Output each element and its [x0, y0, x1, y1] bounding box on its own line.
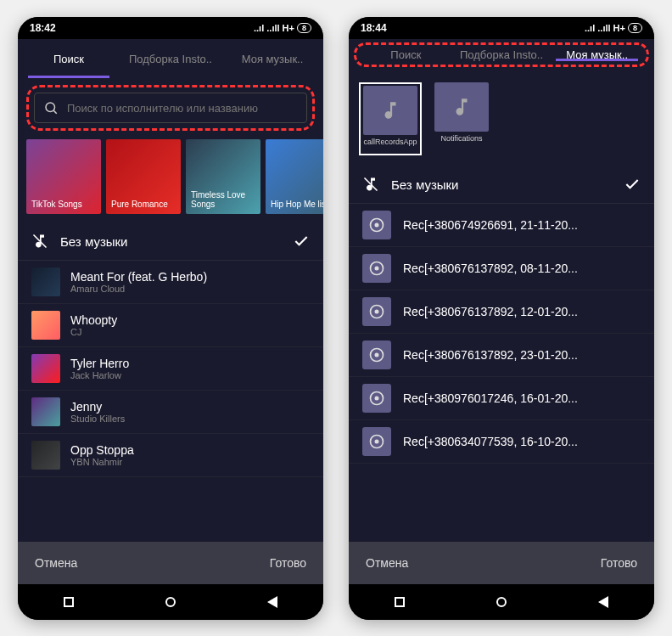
svg-point-7 [375, 267, 378, 269]
tab-collection[interactable]: Подборка Insto.. [120, 39, 221, 78]
search-icon [43, 100, 59, 115]
cancel-button[interactable]: Отмена [35, 556, 77, 570]
recording-row[interactable]: Rec[+380674926691, 21-11-20... [349, 204, 654, 247]
search-field[interactable] [67, 102, 298, 115]
track-art [31, 397, 60, 426]
tab-my-music[interactable]: Моя музык.. [221, 39, 323, 78]
recording-title: Rec[+380674926691, 21-11-20... [403, 218, 641, 232]
track-text: Whoopty CJ [70, 313, 310, 337]
folder-label: Notifications [430, 135, 493, 144]
tab-my-music[interactable]: Моя музык.. [549, 48, 645, 61]
app-content: Поиск Подборка Insto.. Моя музык.. callR… [349, 39, 654, 584]
nav-recent-icon[interactable] [395, 597, 405, 607]
check-icon [293, 233, 310, 250]
disc-icon [362, 297, 391, 326]
track-text: Jenny Studio Killers [70, 400, 310, 424]
check-icon [624, 176, 641, 193]
tab-label: Моя музык.. [566, 48, 628, 61]
track-row[interactable]: Opp Stoppa YBN Nahmir [18, 434, 323, 477]
recording-title: Rec[+380676137892, 23-01-20... [403, 348, 641, 362]
svg-point-11 [375, 353, 378, 356]
recording-title: Rec[+380634077539, 16-10-20... [403, 435, 641, 448]
track-text: Opp Stoppa YBN Nahmir [70, 443, 310, 467]
track-row[interactable]: Meant For (feat. G Herbo) Amaru Cloud [18, 261, 323, 304]
track-artist: Jack Harlow [70, 370, 310, 380]
no-music-row[interactable]: Без музыки [18, 222, 323, 261]
playlist-card[interactable]: Timeless Love Songs [186, 139, 260, 214]
track-list[interactable]: Meant For (feat. G Herbo) Amaru Cloud Wh… [18, 261, 323, 542]
track-title: Jenny [70, 400, 310, 414]
folder-row: callRecordsApp Notifications [349, 72, 654, 166]
track-art [31, 441, 60, 470]
no-music-label: Без музыки [391, 177, 612, 192]
track-title: Tyler Herro [70, 357, 310, 370]
nav-back-icon[interactable] [598, 596, 608, 608]
recording-title: Rec[+380676137892, 08-11-20... [403, 262, 641, 275]
tab-label: Поиск [390, 48, 421, 61]
track-art [31, 311, 60, 340]
disc-icon [362, 254, 391, 283]
battery-icon: 8 [297, 23, 311, 33]
recording-row[interactable]: Rec[+380676137892, 23-01-20... [349, 334, 654, 377]
track-row[interactable]: Jenny Studio Killers [18, 391, 323, 434]
music-note-icon [434, 82, 489, 132]
statusbar: 18:44 ..ıl ..ıll H+ 8 [349, 17, 654, 39]
done-button[interactable]: Готово [601, 556, 637, 570]
highlight-search [26, 85, 315, 131]
disc-icon [362, 341, 391, 369]
track-text: Meant For (feat. G Herbo) Amaru Cloud [70, 270, 310, 294]
playlist-row[interactable]: TikTok Songs Pure Romance Timeless Love … [18, 139, 323, 222]
status-time: 18:42 [30, 22, 56, 34]
nav-recent-icon[interactable] [64, 597, 74, 607]
nav-home-icon[interactable] [165, 597, 176, 607]
track-row[interactable]: Tyler Herro Jack Harlow [18, 347, 323, 391]
status-time: 18:44 [361, 22, 387, 34]
recording-row[interactable]: Rec[+380634077539, 16-10-20... [349, 420, 654, 464]
tab-search[interactable]: Поиск [358, 48, 454, 61]
footer-bar: Отмена Готово [18, 542, 323, 584]
tab-bar: Поиск Подборка Insto.. Моя музык.. [18, 39, 323, 78]
tab-search[interactable]: Поиск [18, 39, 120, 78]
recording-row[interactable]: Rec[+380976017246, 16-01-20... [349, 377, 654, 420]
recording-row[interactable]: Rec[+380676137892, 08-11-20... [349, 247, 654, 290]
track-art [31, 354, 60, 383]
no-music-label: Без музыки [60, 234, 281, 249]
cancel-button[interactable]: Отмена [366, 556, 408, 570]
playlist-label: Pure Romance [111, 200, 168, 209]
navbar [349, 584, 654, 620]
music-note-icon [363, 86, 417, 135]
phone-right: 18:44 ..ıl ..ıll H+ 8 Поиск Подборка Ins… [349, 17, 654, 620]
no-music-row[interactable]: Без музыки [349, 166, 654, 204]
folder-callrecords[interactable]: callRecordsApp [359, 82, 422, 155]
track-artist: Studio Killers [70, 414, 310, 424]
folder-notifications[interactable]: Notifications [430, 82, 493, 155]
signal-text: ..ıl ..ıll H+ [254, 23, 294, 33]
svg-point-15 [375, 440, 378, 442]
tab-collection[interactable]: Подборка Insto.. [454, 48, 550, 61]
track-text: Tyler Herro Jack Harlow [70, 357, 310, 380]
nav-back-icon[interactable] [267, 596, 277, 608]
playlist-card[interactable]: TikTok Songs [26, 139, 101, 214]
svg-point-13 [375, 397, 378, 399]
disc-icon [362, 384, 391, 413]
playlist-label: Timeless Love Songs [191, 190, 255, 209]
recording-row[interactable]: Rec[+380676137892, 12-01-20... [349, 290, 654, 334]
playlist-label: TikTok Songs [31, 200, 82, 209]
phone-left: 18:42 ..ıl ..ıll H+ 8 Поиск Подборка Ins… [18, 17, 323, 620]
playlist-label: Hip Hop Me list [271, 200, 323, 209]
playlist-card[interactable]: Pure Romance [106, 139, 181, 214]
svg-point-5 [375, 223, 378, 226]
track-title: Opp Stoppa [70, 443, 310, 457]
done-button[interactable]: Готово [270, 556, 306, 570]
footer-bar: Отмена Готово [349, 542, 654, 584]
svg-line-1 [53, 110, 56, 113]
no-music-icon [31, 233, 48, 250]
search-input[interactable] [34, 93, 307, 123]
app-content: Поиск Подборка Insto.. Моя музык.. TikTo… [18, 39, 323, 584]
track-row[interactable]: Whoopty CJ [18, 304, 323, 347]
playlist-card[interactable]: Hip Hop Me list [266, 139, 323, 214]
svg-point-9 [375, 310, 378, 312]
track-title: Whoopty [70, 313, 310, 327]
nav-home-icon[interactable] [496, 597, 507, 607]
recording-list[interactable]: Rec[+380674926691, 21-11-20... Rec[+3806… [349, 204, 654, 542]
